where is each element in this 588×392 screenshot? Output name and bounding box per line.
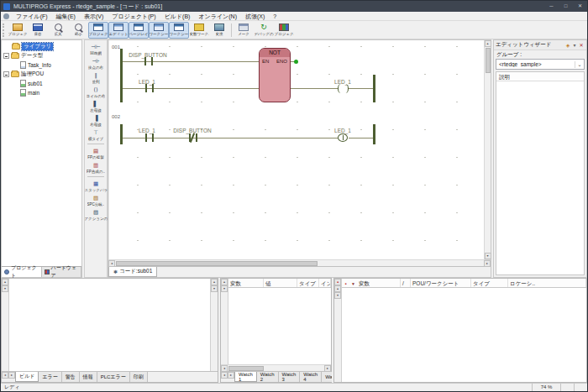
contact[interactable]	[151, 57, 153, 65]
menu-extensions[interactable]: 拡張(X)	[241, 12, 269, 21]
coil[interactable]	[338, 84, 349, 93]
negated-contact[interactable]	[196, 133, 197, 142]
toolbar-grip[interactable]	[3, 24, 5, 37]
vertical-scrollbar[interactable]	[484, 40, 491, 259]
tab-watch-3[interactable]: Watch 3	[279, 372, 301, 382]
tree-item-task-info[interactable]: Task_Info	[2, 60, 81, 70]
dropdown-chevron-icon[interactable]: ⌄	[575, 61, 584, 68]
tab-errors[interactable]: エラー	[39, 372, 61, 382]
tab-project[interactable]: プロジェクト	[2, 267, 42, 277]
ld-spc-branch-button[interactable]: ▧ SPC分岐..	[85, 193, 107, 207]
zoom-out-button[interactable]: 縮小	[68, 22, 88, 39]
chevron-down-icon[interactable]	[571, 42, 578, 48]
open-project-button[interactable]: プロジェクト..	[8, 22, 28, 39]
zoom-in-button[interactable]: 拡大	[48, 22, 68, 39]
edit-wizard-toggle[interactable]: エディットウ..	[108, 22, 129, 39]
scroll-up-icon[interactable]	[221, 279, 228, 285]
tab-watch-2[interactable]: Watch 2	[257, 372, 279, 382]
tree-item-logical-pou[interactable]: 論理POU	[2, 70, 81, 79]
scroll-down-icon[interactable]	[334, 292, 341, 299]
contact[interactable]	[145, 133, 147, 142]
maximize-button[interactable]: □	[559, 1, 573, 12]
save-button[interactable]: 保存	[28, 22, 48, 39]
not-function-block[interactable]: NOT EN ENO	[259, 48, 291, 102]
tab-infos[interactable]: 情報	[80, 372, 97, 382]
scroll-down-icon[interactable]	[2, 285, 8, 292]
tab-code-sub01[interactable]: コード:sub01	[108, 267, 157, 277]
worksheet-toggle-2[interactable]: ワークシート	[169, 22, 189, 39]
scroll-down-icon[interactable]	[221, 285, 228, 292]
col-type[interactable]: タイプ	[297, 279, 319, 287]
scroll-up-icon[interactable]	[334, 285, 341, 292]
coil[interactable]	[338, 133, 348, 142]
col-variable[interactable]: 変数	[228, 279, 264, 287]
menu-view[interactable]: 表示(V)	[80, 12, 108, 21]
close-icon[interactable]	[578, 42, 585, 48]
watch-body[interactable]	[228, 288, 331, 364]
col-pou-worksheet[interactable]: POU/ワークシート	[411, 279, 471, 287]
tree-item-datatypes[interactable]: データ型	[2, 51, 81, 60]
watch-horizontal-scrollbar[interactable]	[221, 364, 331, 371]
debug-button[interactable]: デバッグの..	[254, 22, 274, 39]
tab-watch-4[interactable]: Watch 4	[300, 372, 322, 382]
project-control-button[interactable]: プロジェク..	[274, 22, 294, 39]
scrollbar-thumb[interactable]	[228, 366, 264, 371]
ld-fp-duplicate-button[interactable]: ▤ FPの複製	[85, 146, 107, 160]
make-button[interactable]: メーク	[234, 22, 254, 39]
tab-hardware[interactable]: ハードウェア	[42, 267, 81, 277]
minimize-button[interactable]: ─	[544, 1, 559, 12]
contact[interactable]	[152, 133, 154, 142]
scroll-down-icon[interactable]	[211, 285, 218, 292]
tab-scroll-right-icon[interactable]	[228, 372, 234, 379]
tab-scroll-left-icon[interactable]	[221, 372, 228, 379]
ld-branch-button[interactable]: ⊤ 横タイプ	[85, 128, 107, 142]
scrollbar-thumb[interactable]	[116, 261, 318, 266]
close-button[interactable]: ✕	[573, 1, 587, 12]
menu-help[interactable]: ?	[269, 12, 281, 21]
ld-network-button[interactable]: ⊣⊢ 回路網	[85, 42, 107, 56]
pin-icon[interactable]	[564, 42, 571, 48]
horizontal-scrollbar[interactable]	[108, 259, 491, 266]
scrollbar-thumb[interactable]	[486, 48, 491, 73]
scroll-up-icon[interactable]	[485, 40, 491, 47]
ld-action-button[interactable]: ▨ アクションの..	[85, 207, 107, 222]
contact[interactable]	[144, 57, 146, 65]
ld-stack-param-button[interactable]: ▦ スタックパラ..	[85, 179, 107, 193]
col-location[interactable]: ロケーシ..	[508, 279, 586, 287]
page-layout-toggle[interactable]: ページレイ..	[129, 22, 149, 39]
tab-print[interactable]: 印刷	[130, 372, 148, 382]
tab-scroll-right-icon[interactable]	[8, 372, 15, 379]
ld-coil-right-button[interactable]: () コイルの右	[85, 85, 107, 99]
menu-online[interactable]: オンライン(N)	[194, 12, 241, 21]
menu-edit[interactable]: 編集(E)	[52, 12, 80, 21]
ld-right-powerrail-button[interactable]: ▐ 右母線	[85, 113, 107, 128]
group-dropdown[interactable]: <rtedge_sample> ⌄	[496, 59, 585, 70]
ladder-canvas[interactable]: 001 DISP_BUTTON LED_1 NOT EN ENO	[108, 40, 484, 259]
contact[interactable]	[152, 84, 154, 92]
ld-contact-right-button[interactable]: ⊣⊦ 接点の右	[85, 56, 107, 71]
menu-project[interactable]: プロジェクト(P)	[108, 12, 160, 21]
scroll-up-icon[interactable]	[211, 279, 218, 285]
variables-worksheet-button[interactable]: 変数ワーク..	[189, 22, 209, 39]
project-tree-toggle[interactable]: プロジェクト	[88, 22, 108, 39]
pin-icon[interactable]	[342, 279, 349, 287]
tab-scroll-left-icon[interactable]	[2, 372, 8, 379]
col-instance[interactable]: インス	[319, 279, 331, 287]
ld-left-powerrail-button[interactable]: ▌ 左母線	[85, 99, 107, 113]
tree-item-main[interactable]: main	[2, 88, 81, 97]
worksheet-toggle-1[interactable]: ワークシート	[149, 22, 169, 39]
tree-item-sub01[interactable]: sub01	[2, 79, 81, 88]
menu-build[interactable]: ビルド(B)	[160, 12, 195, 21]
convert-button[interactable]: 変換	[209, 22, 229, 39]
col-variable[interactable]: 変数	[357, 279, 401, 287]
contact[interactable]	[145, 84, 147, 92]
tab-build[interactable]: ビルド	[15, 372, 39, 382]
tab-watch-1[interactable]: Watch 1	[234, 372, 257, 382]
ld-parallel-button[interactable]: ∥ 並列	[85, 71, 107, 85]
tree-item-library[interactable]: ライブラリ	[2, 42, 81, 51]
filter-funnel-icon[interactable]	[349, 279, 357, 287]
tab-plc-errors[interactable]: PLCエラー	[97, 372, 130, 382]
col-value[interactable]: 値	[264, 279, 297, 287]
ld-fp-compose-button[interactable]: ▥ FP合成の..	[85, 160, 107, 175]
scroll-up-icon[interactable]	[2, 279, 8, 285]
